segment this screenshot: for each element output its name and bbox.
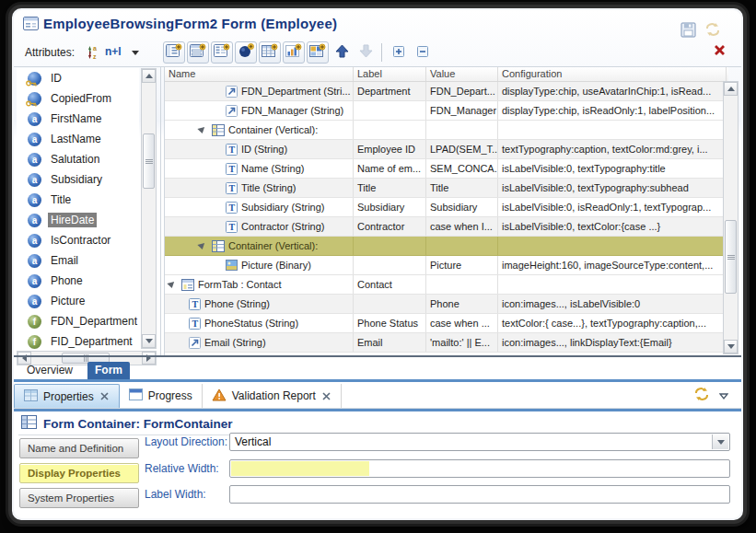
cell-configuration bbox=[498, 121, 727, 139]
link-field-icon bbox=[226, 105, 238, 117]
table-row[interactable]: TContractor (String)Contractorcase when … bbox=[165, 217, 728, 237]
cell-label: Employee ID bbox=[354, 140, 426, 158]
cell-label bbox=[354, 121, 426, 139]
tab-progress[interactable]: Progress bbox=[120, 384, 203, 408]
dropdown-button[interactable] bbox=[712, 435, 728, 449]
attribute-label: FDN_Department bbox=[48, 314, 139, 329]
add-action-button[interactable] bbox=[235, 41, 257, 64]
add-chart-icon bbox=[285, 43, 302, 63]
expand-all-button[interactable] bbox=[387, 41, 409, 64]
scroll-down-icon[interactable] bbox=[142, 334, 156, 348]
divider bbox=[14, 379, 741, 382]
attribute-label: IsContractor bbox=[48, 233, 113, 248]
expander-icon[interactable] bbox=[197, 127, 205, 134]
table-row[interactable]: TName (String)Name of em...SEM_CONCA...i… bbox=[165, 159, 728, 179]
view-menu-icon[interactable] bbox=[719, 388, 728, 404]
refresh-properties-icon[interactable] bbox=[693, 387, 710, 405]
add-table-button[interactable] bbox=[259, 41, 281, 64]
tab-form[interactable]: Form bbox=[87, 362, 130, 379]
form-layout-table: NameLabelValueConfiguration FDN_Departme… bbox=[164, 67, 728, 355]
sidebar-vertical-scrollbar[interactable] bbox=[141, 68, 157, 349]
nav-system-properties[interactable]: System Properties bbox=[19, 488, 139, 508]
attribute-item[interactable]: aSalutation bbox=[17, 149, 139, 169]
nav-name-and-definition[interactable]: Name and Definition bbox=[19, 438, 139, 458]
table-row[interactable]: TPhone (String)Phoneicon:images..., isLa… bbox=[165, 295, 728, 314]
table-row[interactable]: TPhoneStatus (String)Phone Statuscase wh… bbox=[165, 314, 728, 333]
table-row[interactable]: Container (Vertical): bbox=[165, 237, 728, 256]
image-field-icon bbox=[226, 260, 238, 271]
attribute-label: LastName bbox=[48, 132, 104, 146]
cell-configuration bbox=[498, 275, 727, 294]
add-form-field-button[interactable] bbox=[211, 41, 233, 64]
add-label-field-button[interactable] bbox=[163, 41, 185, 64]
move-up-button[interactable] bbox=[331, 41, 353, 64]
tab-validation-report[interactable]: Validation Report bbox=[203, 384, 342, 408]
table-vertical-scrollbar[interactable] bbox=[723, 81, 739, 354]
move-down-button[interactable] bbox=[355, 41, 377, 64]
scroll-down-icon[interactable] bbox=[724, 340, 738, 353]
attribute-item[interactable]: aPhone bbox=[17, 271, 139, 291]
table-row[interactable]: FDN_Manager (String)FDN_ManagerdisplayTy… bbox=[165, 101, 728, 121]
warning-icon bbox=[212, 388, 227, 404]
tab-overview[interactable]: Overview bbox=[23, 362, 76, 379]
sync-icon[interactable] bbox=[704, 22, 721, 39]
attribute-item[interactable]: aPicture bbox=[17, 291, 139, 311]
table-row[interactable]: TTitle (String)TitleTitleisLabelVisible:… bbox=[165, 179, 728, 198]
collapse-all-button[interactable] bbox=[411, 41, 433, 64]
sort-mode-button[interactable]: n+l bbox=[105, 45, 122, 58]
table-row[interactable]: TSubsidiary (String)SubsidiarySubsidiary… bbox=[165, 198, 728, 217]
cell-value: LPAD(SEM_T... bbox=[426, 140, 498, 158]
table-row[interactable]: Email (String)Email'mailto:' || E...icon… bbox=[165, 333, 728, 353]
close-icon[interactable] bbox=[713, 43, 727, 61]
cell-name: FDN_Manager (String) bbox=[165, 101, 354, 120]
attribute-item[interactable]: aHireDate bbox=[17, 210, 139, 230]
save-icon[interactable] bbox=[680, 22, 697, 39]
attribute-item[interactable]: aSubsidiary bbox=[17, 169, 139, 190]
table-row[interactable]: TID (String)Employee IDLPAD(SEM_T...text… bbox=[165, 140, 728, 159]
add-chart-button[interactable] bbox=[283, 41, 305, 64]
scroll-up-icon[interactable] bbox=[142, 69, 156, 83]
sort-az-icon[interactable]: az bbox=[84, 43, 102, 62]
cell-label: Contact bbox=[354, 275, 426, 294]
scrollbar-thumb[interactable] bbox=[143, 133, 155, 189]
nav-display-properties[interactable]: Display Properties bbox=[19, 463, 139, 483]
tab-close-icon[interactable] bbox=[99, 391, 110, 401]
add-edit-field-button[interactable] bbox=[187, 41, 209, 64]
add-container-button[interactable] bbox=[307, 41, 329, 64]
scroll-up-icon[interactable] bbox=[724, 82, 738, 96]
attribute-item[interactable]: aTitle bbox=[17, 190, 139, 210]
column-header-configuration[interactable]: Configuration bbox=[498, 67, 727, 81]
tab-properties[interactable]: Properties bbox=[14, 384, 120, 408]
layout-direction-select[interactable]: Vertical bbox=[229, 433, 730, 451]
column-header-name[interactable]: Name bbox=[165, 67, 354, 81]
table-row[interactable]: FDN_Department (Stri...DepartmentFDN_Dep… bbox=[165, 82, 728, 101]
attribute-item[interactable]: ID bbox=[17, 68, 139, 88]
attribute-item[interactable]: fFDN_Department bbox=[17, 311, 139, 331]
add-container-icon bbox=[309, 43, 326, 63]
attribute-list: IDCopiedFromaFirstNameaLastNameaSalutati… bbox=[17, 68, 139, 349]
scrollbar-thumb[interactable] bbox=[725, 220, 737, 294]
attribute-string-icon: a bbox=[28, 254, 41, 268]
expander-icon[interactable] bbox=[197, 243, 205, 250]
table-row[interactable]: Picture (Binary)PictureimageHeight:160, … bbox=[165, 256, 728, 275]
label-width-input[interactable] bbox=[229, 485, 730, 504]
attribute-item[interactable]: aLastName bbox=[17, 129, 139, 149]
view-tabs: PropertiesProgressValidation Report bbox=[14, 384, 741, 409]
attribute-item[interactable]: CopiedFrom bbox=[17, 88, 139, 109]
column-header-label[interactable]: Label bbox=[354, 67, 426, 81]
cell-name: FormTab : Contact bbox=[165, 275, 354, 294]
table-row[interactable]: Container (Vertical): bbox=[165, 121, 728, 140]
relative-width-input[interactable] bbox=[229, 459, 730, 478]
attribute-item[interactable]: aIsContractor bbox=[17, 230, 139, 250]
cell-name: TPhone (String) bbox=[165, 295, 354, 313]
column-header-value[interactable]: Value bbox=[426, 67, 498, 81]
cell-value: FDN_Manager bbox=[426, 101, 498, 120]
attribute-item[interactable]: fFID_Department bbox=[17, 331, 139, 349]
attribute-item[interactable]: aEmail bbox=[17, 250, 139, 271]
expander-icon[interactable] bbox=[167, 282, 175, 289]
chevron-down-icon[interactable] bbox=[132, 51, 139, 55]
tab-close-icon[interactable] bbox=[321, 391, 331, 401]
attribute-item[interactable]: aFirstName bbox=[17, 109, 139, 129]
table-row[interactable]: FormTab : ContactContact bbox=[165, 275, 728, 295]
cell-value: Picture bbox=[426, 256, 498, 274]
